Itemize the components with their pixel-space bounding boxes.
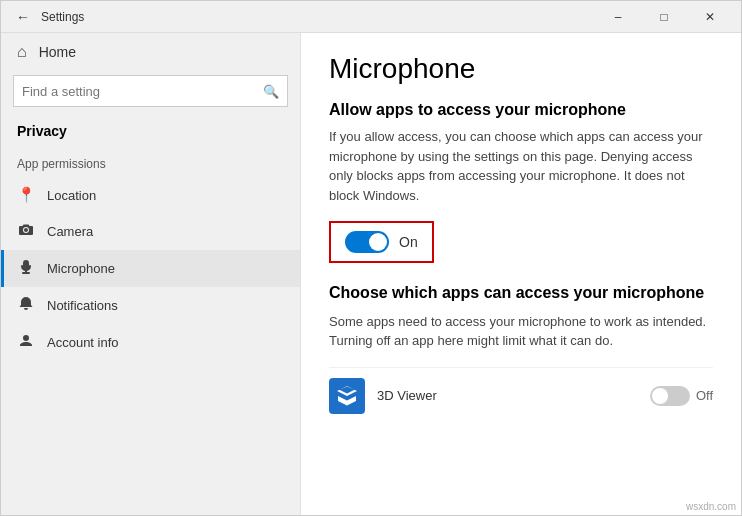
3d-viewer-toggle-container[interactable]: Off [650,386,713,406]
3d-viewer-toggle-label: Off [696,388,713,403]
account-info-icon [17,333,35,352]
back-button[interactable]: ← [9,3,37,31]
search-box: 🔍 [13,75,288,107]
microphone-access-toggle-container[interactable]: On [329,221,434,263]
notifications-icon [17,296,35,315]
3d-viewer-toggle-knob [652,388,668,404]
titlebar-title: Settings [41,10,595,24]
window-content: ⌂ Home 🔍 Privacy App permissions 📍 Locat… [1,33,741,515]
app-permissions-label: App permissions [1,147,300,177]
home-nav-item[interactable]: ⌂ Home [1,33,300,71]
choose-heading: Choose which apps can access your microp… [329,283,713,304]
settings-window: ← Settings – □ ✕ ⌂ Home 🔍 Privacy App pe… [0,0,742,516]
titlebar: ← Settings – □ ✕ [1,1,741,33]
microphone-access-toggle[interactable] [345,231,389,253]
location-icon: 📍 [17,186,35,204]
search-icon: 🔍 [263,84,279,99]
allow-desc: If you allow access, you can choose whic… [329,127,713,205]
sidebar-item-notifications[interactable]: Notifications [1,287,300,324]
toggle-knob [369,233,387,251]
camera-icon [17,222,35,241]
allow-heading: Allow apps to access your microphone [329,101,713,119]
page-title: Microphone [329,53,713,85]
sidebar-item-account-info-label: Account info [47,335,119,350]
sidebar-item-camera[interactable]: Camera [1,213,300,250]
toggle-on-label: On [399,234,418,250]
sidebar-item-location[interactable]: 📍 Location [1,177,300,213]
close-button[interactable]: ✕ [687,1,733,33]
sidebar-item-location-label: Location [47,188,96,203]
sidebar-item-microphone[interactable]: Microphone [1,250,300,287]
search-input[interactable] [22,84,263,99]
3d-viewer-toggle[interactable] [650,386,690,406]
app-row-3d-viewer: 3D Viewer Off [329,367,713,424]
main-content: Microphone Allow apps to access your mic… [301,33,741,515]
3d-viewer-icon [329,378,365,414]
sidebar-item-camera-label: Camera [47,224,93,239]
minimize-button[interactable]: – [595,1,641,33]
home-icon: ⌂ [17,43,27,61]
sidebar-item-notifications-label: Notifications [47,298,118,313]
app-name-3d-viewer: 3D Viewer [377,388,638,403]
sidebar-item-account-info[interactable]: Account info [1,324,300,361]
choose-desc: Some apps need to access your microphone… [329,312,713,351]
watermark: wsxdn.com [686,501,736,512]
home-label: Home [39,44,76,60]
microphone-icon [17,259,35,278]
window-controls: – □ ✕ [595,1,733,33]
privacy-label: Privacy [1,119,300,147]
sidebar-item-microphone-label: Microphone [47,261,115,276]
maximize-button[interactable]: □ [641,1,687,33]
sidebar: ⌂ Home 🔍 Privacy App permissions 📍 Locat… [1,33,301,515]
